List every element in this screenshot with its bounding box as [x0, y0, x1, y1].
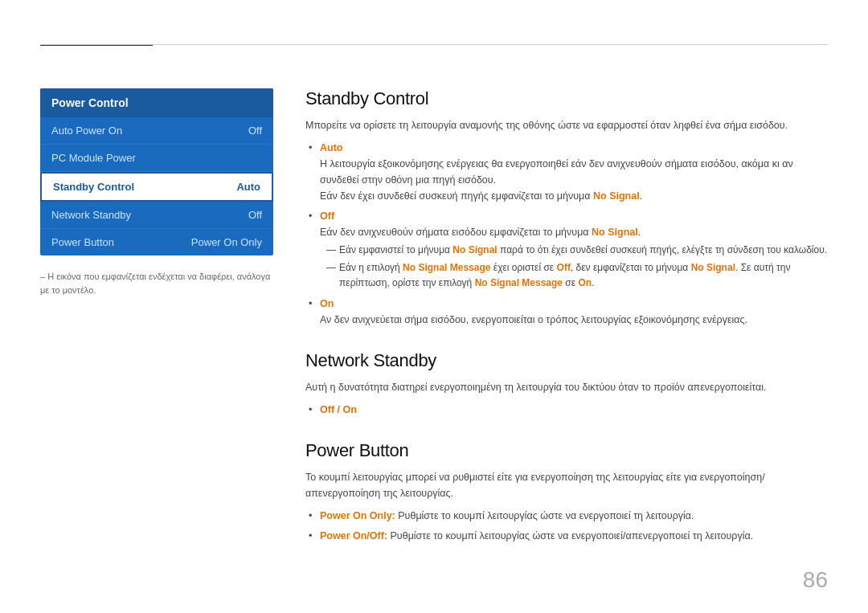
section-title-power: Power Button — [305, 440, 828, 461]
bullet-on-desc: Αν δεν ανιχνεύεται σήμα εισόδου, ενεργοπ… — [320, 314, 747, 325]
bullet-power-on-off: Power On/Off: Ρυθμίστε το κουμπί λειτουρ… — [309, 528, 828, 544]
main-content: Standby Control Μπορείτε να ορίσετε τη λ… — [305, 88, 828, 566]
sidebar-title: Power Control — [40, 88, 273, 117]
sidebar-menu: Power Control Auto Power On Off PC Modul… — [40, 88, 273, 255]
section-title-standby: Standby Control — [305, 88, 828, 109]
sidebar-item-value: Power On Only — [191, 236, 262, 248]
bullet-power-on-only-label: Power On Only: — [320, 510, 395, 521]
bullet-off-on: Off / On — [309, 402, 828, 418]
sidebar-item-value: Off — [248, 209, 262, 221]
section-power-button: Power Button Το κουμπί λειτουργίας μπορε… — [305, 440, 828, 544]
sidebar-item-power-button[interactable]: Power Button Power On Only — [40, 229, 273, 255]
section-title-network: Network Standby — [305, 350, 828, 371]
bullet-power-on-off-label: Power On/Off: — [320, 530, 387, 541]
bullet-auto-extra: Εάν δεν έχει συνδεθεί συσκευή πηγής εμφα… — [320, 190, 642, 202]
sidebar-item-label: Standby Control — [53, 181, 134, 193]
section-intro-network: Αυτή η δυνατότητα διατηρεί ενεργοποιημέν… — [305, 379, 828, 395]
sub-bullet-2: Εάν η επιλογή No Signal Message έχει ορι… — [326, 260, 828, 291]
page-number: 86 — [803, 567, 828, 593]
sidebar-item-network-standby[interactable]: Network Standby Off — [40, 202, 273, 229]
sidebar-item-value: Off — [248, 125, 262, 137]
section-standby-control: Standby Control Μπορείτε να ορίσετε τη λ… — [305, 88, 828, 328]
sidebar-item-auto-power-on[interactable]: Auto Power On Off — [40, 117, 273, 145]
sidebar: Power Control Auto Power On Off PC Modul… — [40, 88, 273, 566]
sidebar-item-label: Network Standby — [51, 209, 131, 221]
sidebar-item-label: Power Button — [51, 236, 114, 248]
section-intro-standby: Μπορείτε να ορίσετε τη λειτουργία αναμον… — [305, 117, 828, 133]
sidebar-item-value: Auto — [236, 181, 260, 193]
sub-bullet-1: Εάν εμφανιστεί το μήνυμα No Signal παρά … — [326, 243, 828, 258]
bullet-on-label: On — [320, 298, 334, 309]
bullet-auto-label: Auto — [320, 142, 342, 153]
bullet-off: Off Εάν δεν ανιχνευθούν σήματα εισόδου ε… — [309, 208, 828, 292]
bullet-power-on-off-desc: Ρυθμίστε το κουμπί λειτουργίας ώστε να ε… — [391, 530, 754, 541]
page-container: Power Control Auto Power On Off PC Modul… — [0, 0, 868, 613]
bullet-off-on-label: Off / On — [320, 404, 357, 415]
power-bullet-list: Power On Only: Ρυθμίστε το κουμπί λειτου… — [309, 508, 828, 544]
bullet-auto: Auto Η λειτουργία εξοικονόμησης ενέργεια… — [309, 140, 828, 204]
bullet-off-desc: Εάν δεν ανιχνευθούν σήματα εισόδου εμφαν… — [320, 227, 641, 238]
top-line — [40, 44, 828, 45]
sidebar-item-pc-module-power[interactable]: PC Module Power — [40, 145, 273, 172]
bullet-on: On Αν δεν ανιχνεύεται σήμα εισόδου, ενερ… — [309, 296, 828, 328]
bullet-power-on-only-desc: Ρυθμίστε το κουμπί λειτουργίας ώστε να ε… — [398, 510, 694, 521]
network-bullet-list: Off / On — [309, 402, 828, 418]
sidebar-item-label: PC Module Power — [51, 152, 136, 164]
standby-bullet-list: Auto Η λειτουργία εξοικονόμησης ενέργεια… — [309, 140, 828, 328]
sidebar-footnote: – Η εικόνα που εμφανίζεται ενδέχεται να … — [40, 270, 273, 296]
sidebar-item-standby-control[interactable]: Standby Control Auto — [40, 172, 273, 202]
section-intro-power: Το κουμπί λειτουργίας μπορεί να ρυθμιστε… — [305, 469, 828, 501]
bullet-off-label: Off — [320, 210, 334, 222]
sub-bullets-off: Εάν εμφανιστεί το μήνυμα No Signal παρά … — [326, 243, 828, 292]
content-wrapper: Power Control Auto Power On Off PC Modul… — [40, 88, 828, 566]
bullet-auto-desc: Η λειτουργία εξοικονόμησης ενέργειας θα … — [320, 158, 793, 186]
sidebar-item-label: Auto Power On — [51, 125, 122, 137]
section-network-standby: Network Standby Αυτή η δυνατότητα διατηρ… — [305, 350, 828, 418]
bullet-power-on-only: Power On Only: Ρυθμίστε το κουμπί λειτου… — [309, 508, 828, 524]
